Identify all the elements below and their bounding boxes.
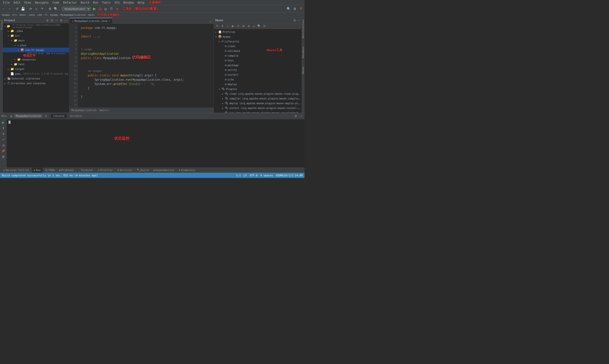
maven-plugin-install[interactable]: ▸ 🔌 install (org.apache.maven.plugins:ma… bbox=[214, 106, 302, 110]
run-close-btn[interactable]: ✕ bbox=[44, 114, 48, 118]
menu-item-code[interactable]: Code bbox=[51, 0, 61, 5]
project-panel-gear2-btn[interactable]: ⚙ bbox=[59, 19, 63, 22]
maven-phase-verify[interactable]: ▸ ⚙ verify bbox=[214, 67, 302, 72]
menu-item-file[interactable]: File bbox=[1, 0, 12, 5]
tree-item-external-libs[interactable]: ▸ 📚 External Libraries bbox=[3, 76, 69, 81]
menu-item-help[interactable]: Help bbox=[136, 0, 146, 5]
tree-item-main[interactable]: ▾ 📁 main bbox=[3, 38, 69, 43]
console-wrap-btn[interactable]: ↩ bbox=[1, 137, 6, 142]
console-scroll-top-btn[interactable]: ⬆ bbox=[1, 126, 6, 130]
run-settings-btn[interactable]: ⚙ bbox=[294, 114, 298, 118]
bottom-tab-terminal[interactable]: _ Terminal bbox=[77, 168, 96, 173]
maven-lifecycle[interactable]: ▾ ⟳ Lifecycle bbox=[214, 39, 302, 44]
maven-reload-btn[interactable]: ↻ bbox=[215, 24, 220, 28]
editor-tab-close[interactable]: ✕ bbox=[108, 20, 110, 23]
bottom-tab-services[interactable]: ⚙ Services bbox=[115, 168, 134, 173]
maven-settings-btn[interactable]: ⚙ bbox=[293, 19, 297, 22]
project-panel-layout-btn[interactable]: ☰ bbox=[50, 19, 54, 22]
breadcrumb-tt[interactable]: tt bbox=[44, 13, 48, 16]
run-tab-actuator[interactable]: Actuator bbox=[68, 114, 85, 118]
settings-gear-btn[interactable]: ⚙ bbox=[292, 6, 297, 12]
toolbar-sync-btn[interactable]: ⟳ bbox=[28, 6, 33, 12]
console-run-btn[interactable]: ▶ bbox=[1, 120, 6, 125]
tree-item-resources[interactable]: ▸ 📁 resources bbox=[3, 57, 69, 62]
bottom-tab-vcs[interactable]: ◎ Version Control bbox=[1, 168, 31, 173]
menu-item-run[interactable]: Run bbox=[91, 0, 100, 5]
maven-plugin-jar[interactable]: ▸ 🔌 jar (org.apache.maven.plugins:maven-… bbox=[214, 110, 302, 113]
maven-phase-validate[interactable]: ▸ ⚙ validate bbox=[214, 49, 302, 53]
menu-item-vcs[interactable]: VCS bbox=[113, 0, 122, 5]
breadcrumb-main-method[interactable]: main bbox=[88, 13, 95, 16]
maven-phase-clean[interactable]: ▸ ⚙ clean bbox=[214, 44, 302, 49]
toolbar-forward-btn[interactable]: → bbox=[7, 6, 12, 12]
menu-item-build[interactable]: Build bbox=[79, 0, 91, 5]
maven-collapse-btn[interactable]: ⊟ bbox=[262, 24, 267, 28]
bottom-tab-todo[interactable]: ☰ TODO bbox=[43, 168, 57, 173]
console-output[interactable] bbox=[7, 119, 305, 168]
bottom-tab-dependencies[interactable]: ◈ Dependencies bbox=[151, 168, 177, 173]
maven-phase-package[interactable]: ▸ ⚙ package bbox=[214, 63, 302, 67]
bottom-tab-build[interactable]: 🔨 Build bbox=[135, 168, 151, 173]
maven-phase-site[interactable]: ▸ ⚙ site bbox=[214, 77, 302, 82]
maven-thread-btn[interactable]: ≡ bbox=[251, 24, 256, 28]
project-panel-minimize-btn[interactable]: — bbox=[64, 19, 68, 22]
run-minimize-btn[interactable]: — bbox=[299, 114, 303, 118]
bottom-tab-profiler[interactable]: ◎ Profiler bbox=[96, 168, 115, 173]
menu-item-navigate[interactable]: Navigate bbox=[33, 0, 51, 5]
bottom-tab-problems[interactable]: Problems bbox=[57, 168, 76, 173]
maven-plugin-clean[interactable]: ▸ 🔌 clean (org.apache.maven.plugins:mave… bbox=[214, 91, 302, 96]
maven-minimize-btn[interactable]: — bbox=[297, 19, 300, 22]
maven-myapp[interactable]: ▾ 📦 myapp bbox=[214, 34, 302, 39]
maven-toggle-btn[interactable]: ⊞ bbox=[241, 24, 246, 28]
notifications-tab[interactable]: Notifications bbox=[301, 18, 305, 40]
toolbar-refresh-btn[interactable]: ↺ bbox=[14, 6, 20, 12]
console-pin-btn[interactable]: 📌 bbox=[1, 149, 6, 154]
toolbar-back-btn[interactable]: ← bbox=[1, 6, 6, 12]
toolbar-search-btn[interactable]: 🔍 bbox=[53, 6, 58, 12]
maven-search-btn[interactable]: 🔍 bbox=[257, 24, 261, 28]
menu-item-tools[interactable]: Tools bbox=[100, 0, 113, 5]
bottom-tab-run[interactable]: ▶ Run bbox=[32, 168, 43, 173]
run-button[interactable]: ▶ bbox=[92, 6, 97, 11]
tree-item-package[interactable]: ▾ 📦 com.tt.myapp bbox=[3, 48, 69, 52]
maven-side-tab[interactable]: Maven bbox=[301, 65, 305, 76]
menu-item-window[interactable]: Window bbox=[122, 0, 136, 5]
code-editor[interactable]: package com.tt.myapp; import ...; 1 usag… bbox=[78, 24, 214, 107]
run-configuration-selector[interactable]: MyappApplication bbox=[62, 7, 91, 11]
maven-phase-install[interactable]: ▸ ⚙ install bbox=[214, 72, 302, 77]
breadcrumb-myapp2[interactable]: myapp bbox=[50, 13, 58, 16]
toolbar-save-all-btn[interactable]: 💾 bbox=[20, 6, 26, 12]
maven-plugin-compiler[interactable]: ▸ 🔌 compiler (org.apache.maven.plugins:m… bbox=[214, 96, 302, 101]
toolbar-undo-btn[interactable]: ⎌ bbox=[34, 6, 39, 12]
bottom-tab-endpoints[interactable]: ⊕ Endpoints bbox=[177, 168, 197, 173]
project-panel-more-btn[interactable]: ⋯ bbox=[55, 19, 59, 22]
maven-plugin-deploy[interactable]: ▸ 🔌 deploy (org.apache.mavem.plugins:mav… bbox=[214, 101, 302, 106]
tree-item-test[interactable]: ▸ 📁 test bbox=[3, 62, 69, 67]
tree-item-scratches[interactable]: ▸ 🗒 Scratches and Consoles bbox=[3, 81, 69, 86]
debug-button[interactable]: 🐞 bbox=[97, 6, 103, 12]
tree-item-target[interactable]: ▸ 📁 target bbox=[3, 67, 69, 71]
console-print-btn[interactable]: 🖨 bbox=[1, 143, 6, 148]
console-clear-btn[interactable]: 🗑 bbox=[1, 154, 6, 159]
help-btn[interactable]: ? bbox=[298, 6, 304, 12]
maven-download-btn[interactable]: ⬇ bbox=[220, 24, 225, 28]
breadcrumb-myapp[interactable]: myapp bbox=[2, 13, 10, 16]
tree-item-idea[interactable]: ▸ 📁 .idea bbox=[3, 28, 69, 33]
tree-item-myapp[interactable]: ▾ 📁 myapp D:\Program Files (x86)\JetBrai… bbox=[3, 24, 69, 28]
toolbar-settings-btn[interactable]: ⚙ bbox=[47, 6, 52, 12]
coverage-button[interactable]: ◎ bbox=[103, 6, 108, 12]
tree-item-java[interactable]: ▾ ☕ java bbox=[3, 43, 69, 48]
search-everywhere-btn[interactable]: 🔍 bbox=[286, 6, 291, 12]
maven-profiles[interactable]: ▸ 📋 Profiles bbox=[214, 29, 302, 34]
menu-item-edit[interactable]: Edit bbox=[12, 0, 22, 5]
breadcrumb-main[interactable]: main bbox=[20, 13, 26, 16]
maven-phase-deploy[interactable]: ▸ ⚙ deploy bbox=[214, 82, 302, 87]
database-tab[interactable]: Database bbox=[301, 45, 305, 60]
project-tab[interactable]: Project bbox=[0, 18, 3, 31]
menu-item-refactor[interactable]: Refactor bbox=[61, 0, 79, 5]
maven-phase-test[interactable]: ▸ ⚙ test bbox=[214, 58, 302, 63]
tree-item-myappapplication[interactable]: ▸ ☕ MyappApplication 2023/1/5 0:01, 368 … bbox=[3, 52, 69, 57]
editor-tab-myappapplication[interactable]: ☕ MyappApplication.java ✕ bbox=[69, 18, 113, 24]
breadcrumb-java[interactable]: java bbox=[28, 13, 35, 16]
maven-skip-tests-btn[interactable]: ⊗ bbox=[246, 24, 251, 28]
